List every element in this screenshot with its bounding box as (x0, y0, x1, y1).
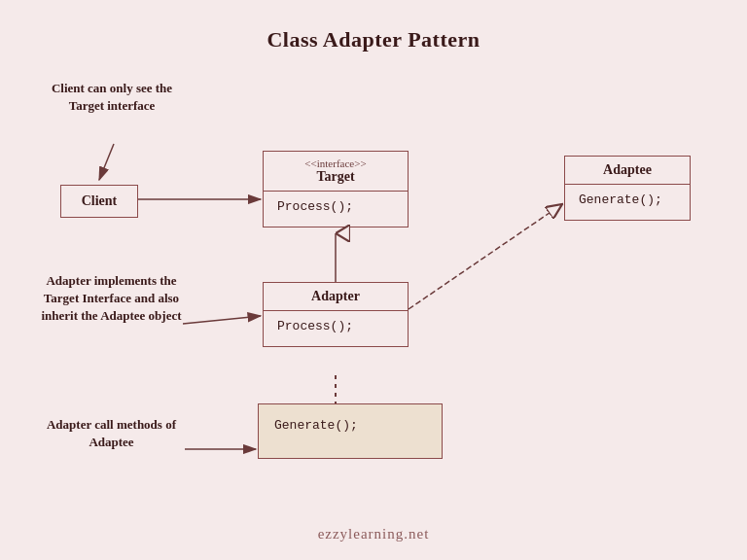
svg-line-3 (99, 144, 114, 180)
client-box: Client (60, 185, 138, 218)
target-box-body: Process(); (264, 192, 408, 227)
svg-line-6 (409, 204, 562, 309)
generate-box: Generate(); (258, 403, 443, 459)
adaptee-box-body: Generate(); (565, 185, 690, 220)
annotation-adaptee-call: Adapter call methods of Adaptee (41, 416, 182, 451)
client-box-header: Client (61, 186, 137, 217)
annotation-client: Client can only see the Target interface (49, 80, 175, 115)
target-classname: Target (316, 169, 354, 184)
page-title: Class Adapter Pattern (0, 0, 747, 52)
svg-line-7 (183, 316, 261, 324)
client-classname: Client (82, 193, 118, 208)
target-stereotype: <<interface>> (275, 158, 396, 169)
adaptee-box-header: Adaptee (565, 157, 690, 185)
target-box: <<interface>> Target Process(); (263, 151, 409, 228)
adaptee-box: Adaptee Generate(); (564, 156, 691, 221)
adapter-box-body: Process(); (264, 311, 408, 346)
adapter-box-header: Adapter (264, 283, 408, 311)
target-box-header: <<interface>> Target (264, 152, 408, 192)
adaptee-classname: Adaptee (603, 162, 652, 177)
generate-box-body: Generate(); (259, 404, 442, 458)
footer: ezzylearning.net (0, 526, 747, 542)
adapter-box: Adapter Process(); (263, 282, 409, 347)
annotation-adapter: Adapter implements the Target Interface … (41, 272, 182, 326)
adapter-classname: Adapter (311, 289, 360, 303)
